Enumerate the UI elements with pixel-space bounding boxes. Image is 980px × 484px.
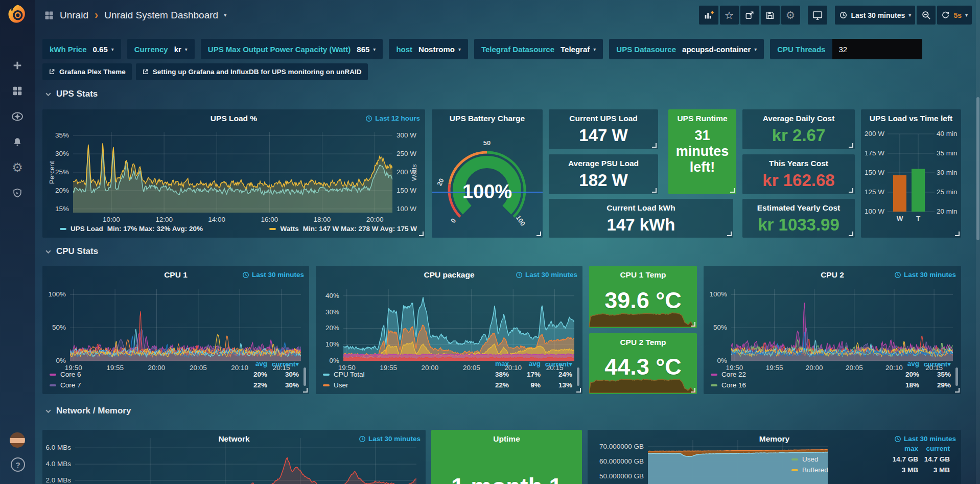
- legend-series-name[interactable]: Core 22: [721, 371, 888, 378]
- dashboards-icon[interactable]: [0, 81, 35, 101]
- time-override[interactable]: Last 30 minutes: [894, 271, 956, 279]
- panel-title[interactable]: This Years Cost: [742, 159, 855, 168]
- legend-column-max[interactable]: max: [477, 360, 509, 367]
- scrollbar-thumb[interactable]: [976, 97, 979, 240]
- panel-title[interactable]: UPS Load vs Time left: [861, 114, 961, 123]
- resize-handle[interactable]: [691, 388, 695, 393]
- legend-series-name[interactable]: CPU Total: [334, 371, 477, 378]
- legend-series-name[interactable]: UPS Load: [71, 225, 103, 233]
- section-ups-stats[interactable]: UPS Stats: [45, 89, 98, 99]
- variable-value[interactable]: 0.65▾: [93, 45, 114, 54]
- create-icon[interactable]: [0, 55, 35, 76]
- configuration-gear-icon[interactable]: ⚙: [0, 157, 35, 178]
- panel-title[interactable]: Average Daily Cost: [742, 114, 855, 123]
- clock-icon: [242, 271, 249, 279]
- breadcrumb-dashboard-title[interactable]: Unraid System Dashboard: [104, 10, 218, 21]
- variable-value[interactable]: apcupsd-container▾: [682, 45, 757, 54]
- resize-handle[interactable]: [691, 322, 695, 327]
- legend-scrollbar[interactable]: [955, 367, 958, 386]
- variable-value[interactable]: Telegraf▾: [561, 45, 596, 54]
- svg-text:0: 0: [449, 217, 457, 224]
- panel-title[interactable]: Current UPS Load: [549, 114, 658, 123]
- variable-ups-max-output-power-capacity-watt-[interactable]: UPS Max Output Power Capacity (Watt)865▾: [201, 39, 383, 59]
- time-override[interactable]: Last 30 minutes: [894, 435, 956, 443]
- legend-column-current[interactable]: current: [918, 445, 950, 452]
- legend-series-name[interactable]: Core 16: [721, 381, 888, 389]
- panel-title[interactable]: UPS Runtime: [668, 114, 736, 123]
- variable-value[interactable]: Nostromo▾: [418, 45, 461, 54]
- legend-series-name[interactable]: Core 7: [60, 381, 236, 389]
- dashboard-caret-icon[interactable]: ▾: [224, 12, 226, 18]
- variable-value[interactable]: 865▾: [357, 45, 376, 54]
- resize-handle[interactable]: [849, 188, 853, 193]
- legend-series-name[interactable]: Used: [802, 455, 886, 463]
- alerting-bell-icon[interactable]: [0, 132, 35, 152]
- time-override[interactable]: Last 30 minutes: [516, 271, 577, 279]
- resize-handle[interactable]: [727, 232, 732, 236]
- legend-column-current[interactable]: current▾: [919, 360, 951, 368]
- variable-host[interactable]: hostNostromo▾: [389, 39, 468, 59]
- dashboards-grid-icon[interactable]: [44, 10, 54, 20]
- panel-title[interactable]: Estimated Yearly Cost: [742, 203, 855, 213]
- section-cpu-stats[interactable]: CPU Stats: [45, 246, 98, 257]
- variable-cpu-threads[interactable]: CPU Threads32: [770, 39, 922, 59]
- resize-handle[interactable]: [955, 388, 960, 393]
- variable-value[interactable]: kr▾: [174, 45, 188, 54]
- panel-title[interactable]: CPU 2 Temp: [589, 338, 697, 347]
- legend-column-avg[interactable]: avg: [509, 360, 541, 367]
- page-scrollbar[interactable]: [976, 0, 980, 484]
- resize-handle[interactable]: [652, 143, 657, 148]
- dashboard-link[interactable]: Grafana Plex Theme: [42, 63, 132, 80]
- resize-handle[interactable]: [849, 232, 853, 236]
- dashboard-settings-button[interactable]: ⚙: [781, 6, 800, 25]
- legend-scrollbar[interactable]: [577, 367, 579, 386]
- resize-handle[interactable]: [536, 232, 541, 236]
- resize-handle[interactable]: [576, 388, 581, 393]
- tv-mode-button[interactable]: [808, 6, 827, 25]
- explore-icon[interactable]: [0, 106, 35, 127]
- grafana-logo-icon[interactable]: [7, 3, 28, 25]
- panel-title[interactable]: Average PSU Load: [549, 159, 658, 168]
- resize-handle[interactable]: [955, 232, 960, 236]
- time-override[interactable]: Last 12 hours: [365, 114, 420, 122]
- star-dashboard-button[interactable]: ☆: [720, 6, 739, 25]
- variable-ups-datasource[interactable]: UPS Datasourceapcupsd-container▾: [609, 39, 764, 59]
- legend-column-current[interactable]: current▾: [541, 360, 572, 368]
- legend-series-name[interactable]: User: [334, 381, 477, 389]
- resize-handle[interactable]: [303, 388, 308, 393]
- resize-handle[interactable]: [730, 188, 735, 193]
- legend-series-name[interactable]: Core 6: [60, 371, 236, 378]
- breadcrumb-folder[interactable]: Unraid: [60, 10, 88, 21]
- refresh-picker[interactable]: 5s▾: [937, 6, 972, 25]
- panel-title[interactable]: Current Load kWh: [549, 203, 733, 213]
- dashboard-link[interactable]: Setting up Grafana and InfluxDB for UPS …: [136, 63, 368, 80]
- legend-scrollbar[interactable]: [304, 367, 306, 386]
- time-range-picker[interactable]: Last 30 minutes▾: [835, 6, 916, 25]
- resize-handle[interactable]: [849, 143, 853, 148]
- legend-series-name[interactable]: Buffered: [802, 466, 886, 474]
- help-icon[interactable]: ?: [11, 457, 25, 472]
- save-dashboard-button[interactable]: [761, 6, 780, 25]
- resize-handle[interactable]: [652, 188, 657, 193]
- panel-title[interactable]: UPS Battery Charge: [432, 114, 543, 123]
- resize-handle[interactable]: [419, 232, 424, 236]
- share-dashboard-button[interactable]: [740, 6, 759, 25]
- variable-telegraf-datasource[interactable]: Telegraf DatasourceTelegraf▾: [474, 39, 603, 59]
- variable-kwh-price[interactable]: kWh Price0.65▾: [42, 39, 121, 59]
- variable-currency[interactable]: Currencykr▾: [127, 39, 195, 59]
- legend-column-current[interactable]: current▾: [267, 360, 299, 368]
- time-override[interactable]: Last 30 minutes: [359, 435, 421, 443]
- panel-title[interactable]: CPU 1 Temp: [589, 270, 697, 280]
- variable-input[interactable]: 32: [832, 39, 922, 59]
- legend-column-max[interactable]: max: [886, 445, 918, 452]
- server-admin-shield-icon[interactable]: [0, 183, 35, 203]
- user-avatar[interactable]: [10, 432, 25, 448]
- zoom-out-button[interactable]: [917, 6, 936, 25]
- legend-column-avg[interactable]: avg: [888, 360, 919, 367]
- legend-column-avg[interactable]: avg: [236, 360, 267, 367]
- panel-title[interactable]: Uptime: [431, 434, 582, 444]
- legend-series-name[interactable]: Watts: [280, 225, 298, 233]
- time-override[interactable]: Last 30 minutes: [242, 271, 304, 279]
- add-panel-button[interactable]: [699, 6, 718, 25]
- section-network-memory[interactable]: Network / Memory: [45, 406, 131, 416]
